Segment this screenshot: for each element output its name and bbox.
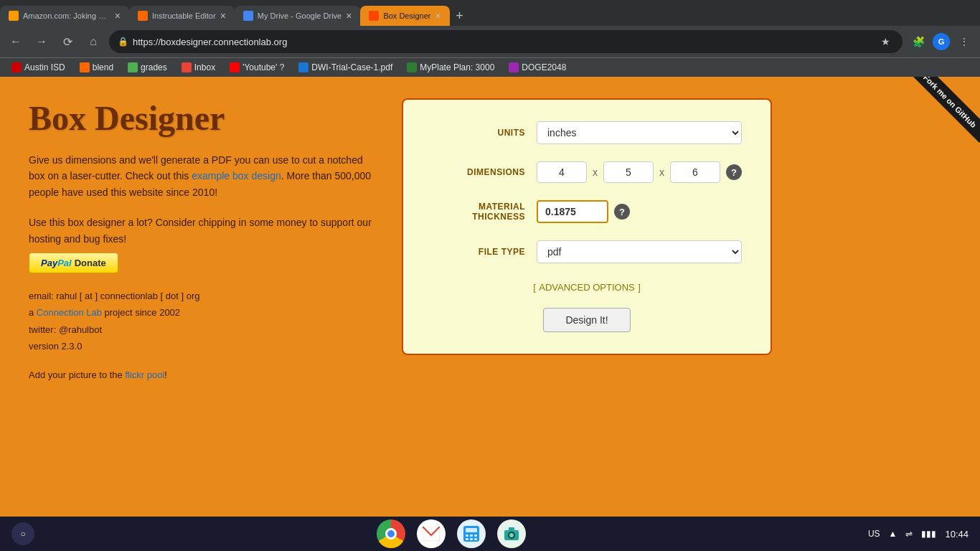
tab-amazon-close[interactable]: ×	[115, 10, 121, 22]
connection-lab-link[interactable]: Connection Lab	[37, 307, 102, 318]
bookmark-youtube-label: 'Youtube' ?	[242, 62, 284, 72]
material-thickness-input[interactable]	[537, 200, 608, 223]
bookmark-doge-label: DOGE2048	[522, 62, 566, 72]
project-text2: project since 2002	[105, 307, 181, 318]
example-box-link[interactable]: example box design	[192, 170, 281, 182]
svg-rect-4	[470, 534, 473, 537]
tab-amazon-label: Amazon.com: Joking Hazard G...	[23, 11, 110, 20]
file-type-label: FILE TYPE	[432, 247, 525, 257]
taskbar-menu-button[interactable]: ○	[11, 522, 34, 545]
calculator-svg	[463, 526, 479, 542]
thickness-help-button[interactable]: ?	[614, 204, 630, 220]
bookmark-inbox[interactable]: Inbox	[176, 61, 221, 74]
app-description: Give us dimensions and we'll generate a …	[29, 152, 373, 200]
x-separator-2: x	[659, 166, 664, 178]
tab-drive[interactable]: My Drive - Google Drive ×	[235, 6, 361, 26]
dimension-x-input[interactable]	[537, 161, 587, 183]
bookmark-myplate[interactable]: MyPlate Plan: 3000	[401, 61, 500, 74]
twitter-text: twitter: @rahulbot	[29, 324, 102, 335]
tab-drive-close[interactable]: ×	[346, 10, 352, 22]
tab-amazon[interactable]: Amazon.com: Joking Hazard G... ×	[0, 6, 129, 26]
taskbar-chrome-icon[interactable]	[377, 519, 405, 548]
units-label: UNITS	[432, 128, 525, 138]
back-button[interactable]: ←	[6, 32, 26, 52]
dimensions-help-button[interactable]: ?	[726, 164, 742, 180]
language-indicator: US	[868, 529, 880, 539]
bookmark-youtube[interactable]: 'Youtube' ?	[224, 61, 290, 74]
bookmark-doge[interactable]: DOGE2048	[503, 61, 572, 74]
address-box[interactable]: 🔒 https://boxdesigner.connectionlab.org …	[109, 30, 903, 53]
new-tab-button[interactable]: +	[450, 6, 470, 26]
tab-instructable[interactable]: Instructable Editor ×	[129, 6, 235, 26]
dimensions-row: DIMENSIONS x x ?	[432, 161, 742, 183]
main-layout: Box Designer Give us dimensions and we'l…	[29, 98, 951, 380]
dimension-y-input[interactable]	[603, 161, 654, 183]
form-panel: UNITS inches cm mm DIMENSIONS x x	[402, 98, 772, 355]
bookmark-inbox-label: Inbox	[194, 62, 215, 72]
address-bar-row: ← → ⟳ ⌂ 🔒 https://boxdesigner.connection…	[0, 26, 980, 57]
file-type-control: pdf svg dxf	[537, 240, 742, 263]
donate-text: Use this box designer a lot? Consider ch…	[29, 215, 373, 247]
bookmark-austinisd-label: Austin ISD	[24, 62, 65, 72]
donate-label: Donate	[75, 258, 106, 268]
refresh-button[interactable]: ⟳	[57, 32, 77, 52]
tab-boxdesigner-close[interactable]: ×	[435, 10, 440, 22]
material-thickness-label: MATERIAL THICKNESS	[432, 202, 525, 222]
chrome-center-icon	[385, 528, 397, 540]
gmail-svg	[423, 527, 440, 541]
star-icon[interactable]: ★	[877, 33, 894, 50]
tab-instructable-label: Instructable Editor	[152, 11, 216, 20]
bookmark-grades[interactable]: grades	[122, 61, 173, 74]
taskbar-left: ○	[11, 522, 34, 545]
advanced-options-row: [ ADVANCED OPTIONS ]	[432, 281, 742, 293]
tab-boxdesigner[interactable]: Box Designer ×	[360, 6, 449, 26]
advanced-options-link[interactable]: ADVANCED OPTIONS	[539, 282, 634, 293]
extensions-button[interactable]: 🧩	[908, 32, 928, 52]
flickr-after: !	[164, 369, 167, 380]
tab-boxdesigner-label: Box Designer	[383, 11, 430, 20]
version-line: version 2.3.0	[29, 338, 373, 354]
page-content: Fork me on GitHub Box Designer Give us d…	[0, 77, 980, 493]
bookmark-blend[interactable]: blend	[74, 61, 119, 74]
bookmark-dwi-label: DWI-Trial-Case-1.pdf	[311, 62, 392, 72]
battery-icon: ▮▮▮	[921, 529, 936, 539]
left-section: Box Designer Give us dimensions and we'l…	[29, 98, 373, 380]
menu-button[interactable]: ⋮	[954, 32, 974, 52]
taskbar-center	[377, 519, 526, 548]
forward-button[interactable]: →	[32, 32, 52, 52]
bookmark-austinisd[interactable]: Austin ISD	[6, 61, 71, 74]
project-text1: a	[29, 307, 34, 318]
contact-info: email: rahul [ at ] connectionlab [ dot …	[29, 288, 373, 355]
taskbar-camera-icon[interactable]	[497, 519, 526, 548]
taskbar-calculator-icon[interactable]	[457, 519, 486, 548]
taskbar-gmail-icon[interactable]	[417, 519, 446, 548]
tab-instructable-close[interactable]: ×	[220, 10, 226, 22]
file-type-select[interactable]: pdf svg dxf	[537, 240, 742, 263]
dimension-z-input[interactable]	[670, 161, 720, 183]
project-line: a Connection Lab project since 2002	[29, 304, 373, 321]
flickr-pool-link[interactable]: flickr pool	[125, 369, 164, 380]
donate-section: Use this box designer a lot? Consider ch…	[29, 215, 373, 273]
svg-rect-5	[474, 534, 477, 537]
lock-icon: 🔒	[118, 37, 128, 47]
profile-button[interactable]: G	[933, 33, 950, 50]
x-separator-1: x	[593, 166, 598, 178]
design-it-button[interactable]: Design It!	[543, 308, 630, 332]
address-text: https://boxdesigner.connectionlab.org	[133, 37, 872, 47]
units-select[interactable]: inches cm mm	[537, 121, 742, 144]
dimensions-label: DIMENSIONS	[432, 167, 525, 177]
bookmark-dwi[interactable]: DWI-Trial-Case-1.pdf	[293, 61, 398, 74]
svg-rect-6	[466, 538, 468, 540]
home-button[interactable]: ⌂	[83, 32, 103, 52]
flickr-before: Add your picture to the	[29, 369, 125, 380]
file-type-row: FILE TYPE pdf svg dxf	[432, 240, 742, 263]
network-icon: ▲	[889, 529, 897, 539]
donate-button[interactable]: PayPal Donate	[29, 253, 118, 273]
flickr-text: Add your picture to the flickr pool!	[29, 369, 373, 380]
twitter-line: twitter: @rahulbot	[29, 321, 373, 338]
bookmark-myplate-label: MyPlate Plan: 3000	[420, 62, 494, 72]
camera-svg	[503, 526, 520, 542]
bookmark-blend-label: blend	[93, 62, 113, 72]
tab-drive-label: My Drive - Google Drive	[258, 11, 341, 20]
email-line: email: rahul [ at ] connectionlab [ dot …	[29, 288, 373, 304]
